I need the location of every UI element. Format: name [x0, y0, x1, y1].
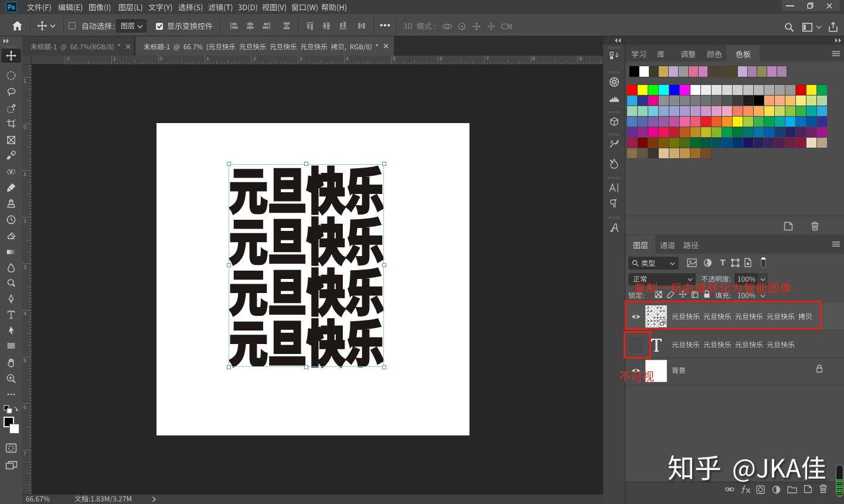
svg-text:7: 7: [23, 451, 26, 457]
svg-text:3: 3: [300, 56, 302, 62]
svg-text:2: 2: [253, 56, 256, 62]
svg-text:0: 0: [23, 124, 26, 130]
svg-text:1: 1: [23, 78, 26, 84]
svg-text:5: 5: [393, 56, 396, 62]
svg-text:1: 1: [206, 56, 209, 62]
svg-text:0: 0: [159, 56, 162, 62]
svg-text:9: 9: [579, 56, 582, 62]
svg-text:7: 7: [486, 56, 489, 62]
svg-text:8: 8: [532, 56, 535, 62]
svg-text:6: 6: [440, 56, 443, 62]
svg-text:3: 3: [23, 264, 26, 270]
svg-text:2: 2: [67, 56, 70, 62]
svg-text:1: 1: [113, 56, 116, 62]
svg-text:4: 4: [23, 311, 26, 316]
svg-text:4: 4: [346, 56, 349, 62]
svg-text:6: 6: [23, 404, 26, 410]
svg-text:5: 5: [23, 357, 26, 363]
svg-text:2: 2: [23, 218, 26, 224]
svg-text:1: 1: [23, 171, 26, 177]
